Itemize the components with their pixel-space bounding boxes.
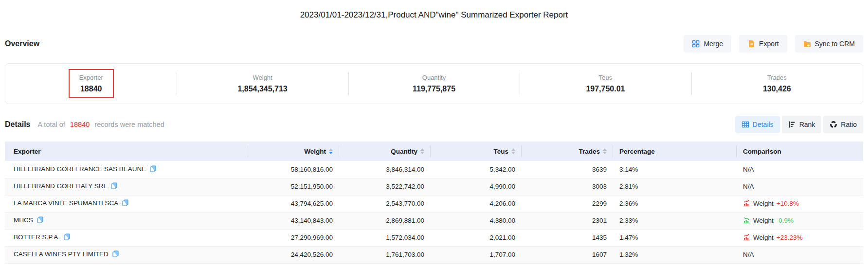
exporter-cell: HILLEBRAND GORI FRANCE SAS BEAUNE bbox=[5, 161, 248, 178]
stat-value: 197,750.01 bbox=[586, 85, 625, 93]
column-header-trades[interactable]: Trades bbox=[521, 142, 613, 161]
copy-icon[interactable] bbox=[64, 233, 70, 242]
stat-value: 18840 bbox=[79, 85, 103, 93]
teus-cell: 4,380.00 bbox=[430, 212, 521, 229]
ratio-view-button[interactable]: Ratio bbox=[823, 116, 863, 133]
page-title: 2023/01/01-2023/12/31,Product AND"wine" … bbox=[0, 0, 868, 20]
merge-button[interactable]: Merge bbox=[684, 35, 731, 53]
sort-icon-teus[interactable] bbox=[511, 148, 515, 154]
trades-cell: 2299 bbox=[521, 195, 613, 212]
stat-label: Exporter bbox=[79, 74, 103, 81]
details-view-button[interactable]: Details bbox=[735, 116, 780, 133]
sync-to-crm-button[interactable]: Sync to CRM bbox=[795, 35, 863, 53]
sort-icon-quantity[interactable] bbox=[420, 148, 424, 154]
stat-value: 130,426 bbox=[763, 85, 791, 93]
exporter-cell: BOTTER S.P.A. bbox=[5, 229, 248, 246]
match-count: 18840 bbox=[70, 121, 90, 128]
teus-cell: 5,342.00 bbox=[430, 161, 521, 178]
teus-cell: 2,021.00 bbox=[430, 229, 521, 246]
action-buttons: Merge Export Sync to CRM bbox=[684, 35, 863, 53]
table-row: HILLEBRAND GORI ITALY SRL52,151,950.003,… bbox=[5, 178, 863, 195]
folder-sync-icon bbox=[803, 40, 811, 48]
trades-cell: 2301 bbox=[521, 212, 613, 229]
trend-chart-icon bbox=[743, 233, 750, 242]
copy-icon[interactable] bbox=[37, 216, 43, 225]
exporter-cell: LA MARCA VINI E SPUMANTI SCA bbox=[5, 195, 248, 212]
quantity-cell: 3,522,742.00 bbox=[339, 178, 430, 195]
sort-icon-trades[interactable] bbox=[603, 148, 607, 154]
teus-cell: 4,990.00 bbox=[430, 178, 521, 195]
overview-heading: Overview bbox=[5, 39, 39, 48]
stat-label: Quantity bbox=[413, 74, 455, 81]
trades-cell: 3639 bbox=[521, 161, 613, 178]
sort-icon-weight[interactable] bbox=[329, 148, 333, 154]
match-summary-suffix: records were matched bbox=[94, 121, 164, 128]
match-summary: A total of 18840 records were matched bbox=[37, 121, 164, 128]
percentage-cell: 2.81% bbox=[613, 178, 736, 195]
percentage-cell: 3.14% bbox=[613, 161, 736, 178]
table-row: MHCS43,140,843.002,869,881.004,380.00230… bbox=[5, 212, 863, 229]
table-row: CASELLA WINES PTY LIMITED24,420,526.001,… bbox=[5, 246, 863, 263]
weight-cell: 43,794,625.00 bbox=[248, 195, 339, 212]
comparison-cell: N/A bbox=[736, 161, 863, 178]
sync-to-crm-button-label: Sync to CRM bbox=[815, 40, 855, 48]
exporter-cell: HILLEBRAND GORI ITALY SRL bbox=[5, 178, 248, 195]
ratio-view-label: Ratio bbox=[841, 121, 857, 128]
column-header-teus[interactable]: Teus bbox=[430, 142, 521, 161]
column-header-exporter: Exporter bbox=[5, 142, 248, 161]
merge-button-label: Merge bbox=[704, 40, 723, 48]
comparison-cell: Weight+23.23% bbox=[736, 229, 863, 246]
match-summary-prefix: A total of bbox=[37, 121, 65, 128]
comparison-metric: Weight bbox=[753, 234, 774, 241]
weight-cell: 27,290,969.00 bbox=[248, 229, 339, 246]
details-heading: Details bbox=[5, 120, 30, 129]
copy-icon[interactable] bbox=[112, 250, 119, 259]
comparison-change: -0.9% bbox=[777, 217, 794, 224]
exporter-cell: CASELLA WINES PTY LIMITED bbox=[5, 246, 248, 263]
exporter-name: HILLEBRAND GORI ITALY SRL bbox=[14, 182, 107, 190]
table-body: HILLEBRAND GORI FRANCE SAS BEAUNE58,160,… bbox=[5, 161, 863, 263]
quantity-cell: 2,869,881.00 bbox=[339, 212, 430, 229]
comparison-cell: N/A bbox=[736, 246, 863, 263]
export-button-label: Export bbox=[759, 40, 778, 48]
stat-weight: Weight 1,854,345,713 bbox=[177, 64, 348, 104]
bar-rank-icon bbox=[788, 121, 796, 128]
column-header-quantity[interactable]: Quantity bbox=[339, 142, 430, 161]
export-file-icon bbox=[747, 40, 755, 48]
trend-chart-icon bbox=[743, 216, 750, 225]
table-row: BOTTER S.P.A.27,290,969.001,572,034.002,… bbox=[5, 229, 863, 246]
percentage-cell: 2.36% bbox=[613, 195, 736, 212]
weight-cell: 58,160,816.00 bbox=[248, 161, 339, 178]
table-row: HILLEBRAND GORI FRANCE SAS BEAUNE58,160,… bbox=[5, 161, 863, 178]
weight-cell: 52,151,950.00 bbox=[248, 178, 339, 195]
percentage-cell: 2.33% bbox=[613, 212, 736, 229]
table-header-row: Exporter Weight Quantity Teus Trades Per… bbox=[5, 142, 863, 161]
stat-trades: Trades 130,426 bbox=[691, 64, 863, 104]
percentage-cell: 1.47% bbox=[613, 229, 736, 246]
copy-icon[interactable] bbox=[122, 199, 128, 208]
stat-value: 119,775,875 bbox=[413, 85, 455, 93]
exporter-name: HILLEBRAND GORI FRANCE SAS BEAUNE bbox=[14, 165, 146, 173]
rank-view-button[interactable]: Rank bbox=[782, 116, 822, 133]
comparison-metric: Weight bbox=[753, 200, 774, 207]
copy-icon[interactable] bbox=[111, 182, 117, 191]
quantity-cell: 2,543,770.00 bbox=[339, 195, 430, 212]
comparison-cell: Weight-0.9% bbox=[736, 212, 863, 229]
column-header-weight[interactable]: Weight bbox=[248, 142, 339, 161]
table-row: LA MARCA VINI E SPUMANTI SCA43,794,625.0… bbox=[5, 195, 863, 212]
comparison-cell: Weight+10.8% bbox=[736, 195, 863, 212]
comparison-na: N/A bbox=[743, 166, 754, 173]
exporter-name: LA MARCA VINI E SPUMANTI SCA bbox=[14, 199, 118, 207]
export-button[interactable]: Export bbox=[739, 35, 787, 53]
overview-stats-card: Exporter 18840 Weight 1,854,345,713 Quan… bbox=[5, 63, 863, 104]
donut-icon bbox=[830, 121, 837, 128]
stat-teus: Teus 197,750.01 bbox=[520, 64, 691, 104]
overview-header: Overview Merge Export Sync to CRM bbox=[5, 35, 863, 53]
table-grid-icon bbox=[741, 121, 749, 128]
column-header-percentage: Percentage bbox=[613, 142, 736, 161]
comparison-cell: N/A bbox=[736, 178, 863, 195]
weight-cell: 24,420,526.00 bbox=[248, 246, 339, 263]
exporter-cell: MHCS bbox=[5, 212, 248, 229]
copy-icon[interactable] bbox=[150, 165, 156, 174]
stat-exporter: Exporter 18840 bbox=[5, 64, 177, 104]
